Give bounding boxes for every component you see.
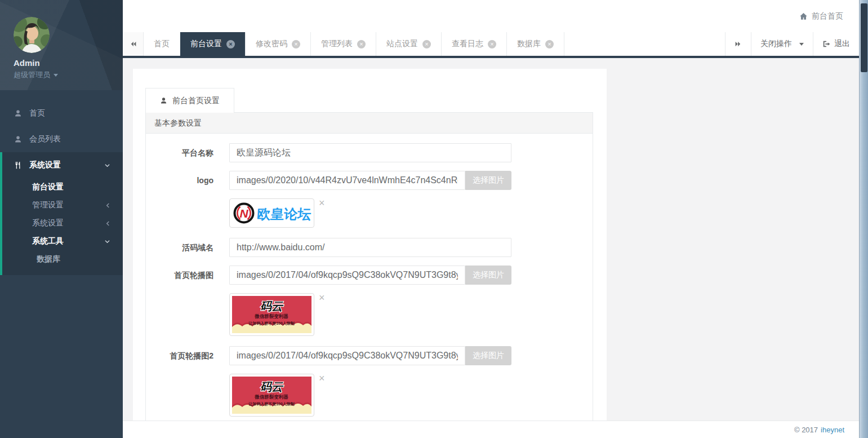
tab-view-logs[interactable]: 查看日志 × [442,32,507,56]
sidebar-item-label: 系统工具 [32,236,64,246]
carousel-2-path-input[interactable] [229,346,465,365]
svg-text:码云: 码云 [260,381,284,393]
user-name: Admin [14,58,123,68]
scroll-tabs-right-button[interactable] [725,32,751,56]
footer-brand-link[interactable]: iheynet [821,426,844,434]
sidebar-item-label: 系统设置 [32,218,64,228]
avatar[interactable] [14,17,50,53]
carousel-1-label: 首页轮播图 [146,266,229,285]
logo-preview-image[interactable]: N 欧皇论坛 [229,198,314,228]
carousel-1-preview-row: 码云 微信群裂变利器 让加码入群不受100人限制 × [229,293,593,336]
scroll-tabs-left-button[interactable] [123,32,144,56]
form-row-carousel-2: 首页轮播图2 选择图片 [146,346,593,365]
logo-image: N 欧皇论坛 [232,201,311,225]
double-chevron-right-icon [735,41,742,47]
page-scrollbar[interactable] [859,0,868,438]
user-icon [160,97,167,104]
choose-logo-image-button[interactable]: 选择图片 [465,171,511,190]
double-chevron-left-icon [130,41,137,47]
sign-out-icon [822,40,830,48]
logout-label: 退出 [834,39,850,49]
choose-carousel-1-image-button[interactable]: 选择图片 [465,266,511,285]
qr-domain-input[interactable] [229,238,511,257]
choose-carousel-2-image-button[interactable]: 选择图片 [465,346,511,365]
tab-admin-list[interactable]: 管理列表 × [311,32,376,56]
svg-text:微信群裂变利器: 微信群裂变利器 [254,313,288,319]
delete-carousel-2-image-icon[interactable]: × [319,374,325,383]
close-operations-dropdown[interactable]: 关闭操作 [751,32,813,56]
caret-down-icon [799,43,804,46]
form-row-platform-name: 平台名称 [146,143,593,162]
scrollbar-thumb[interactable] [861,3,867,72]
form-row-carousel-1: 首页轮播图 选择图片 [146,266,593,285]
close-tab-icon[interactable]: × [422,40,431,48]
delete-carousel-1-image-icon[interactable]: × [319,293,325,302]
sidebar-item-system-settings[interactable]: 系统设置 [2,152,123,178]
svg-text:N: N [239,207,248,220]
sidebar-item-members[interactable]: 会员列表 [0,126,123,152]
sidebar-item-admin-settings[interactable]: 管理设置 [2,196,123,214]
sidebar-item-system-tools[interactable]: 系统工具 [2,232,123,250]
close-tab-icon[interactable]: × [292,40,300,48]
close-tab-icon[interactable]: × [357,40,366,48]
svg-text:让加码入群不受100人限制: 让加码入群不受100人限制 [248,321,295,326]
user-role-label: 超级管理员 [14,70,50,80]
qr-domain-label: 活码域名 [146,238,229,257]
svg-text:微信群裂变利器: 微信群裂变利器 [254,394,288,400]
tab-home[interactable]: 首页 [144,32,180,56]
sidebar-item-label: 首页 [29,108,45,118]
sidebar-item-frontend-settings[interactable]: 前台设置 [2,178,123,196]
tab-label: 修改密码 [256,39,287,49]
tab-change-password[interactable]: 修改密码 × [246,32,311,56]
tab-label: 数据库 [517,39,541,49]
caret-down-icon [54,74,58,77]
tab-bar: 首页 前台设置 × 修改密码 × 管理列表 × 站点设置 × 查看日志 × [123,32,859,58]
sidebar-item-system-settings-sub[interactable]: 系统设置 [2,214,123,232]
tab-label: 站点设置 [386,39,418,49]
main-area: 前台首页 首页 前台设置 × 修改密码 × 管理列表 × [123,0,859,438]
tab-site-settings[interactable]: 站点设置 × [376,32,442,56]
sidebar-nav: 首页 会员列表 系统设置 [0,100,123,275]
content-area: 前台首页设置 基本参数设置 平台名称 [123,58,859,421]
tab-label: 查看日志 [452,39,483,49]
close-tab-icon[interactable]: × [488,40,496,48]
banner-image: 码云 微信群裂变利器 让加码入群不受100人限制 [232,377,311,414]
logo-path-input[interactable] [229,171,465,190]
user-icon [14,109,22,117]
tab-database[interactable]: 数据库 × [507,32,564,56]
sidebar-item-home[interactable]: 首页 [0,100,123,126]
logo-preview-row: N 欧皇论坛 × [229,198,593,228]
user-role-dropdown[interactable]: 超级管理员 [14,70,123,80]
svg-text:让加码入群不受100人限制: 让加码入群不受100人限制 [248,401,295,406]
sidebar-item-label: 数据库 [37,254,60,264]
logout-button[interactable]: 退出 [813,32,859,56]
panel-body: 平台名称 logo 选择图片 [146,134,593,421]
platform-name-label: 平台名称 [146,143,229,162]
tab-label: 前台设置 [190,39,222,49]
sidebar-item-database[interactable]: 数据库 [2,250,123,268]
close-tab-icon[interactable]: × [226,40,235,48]
logo-label: logo [146,171,229,190]
carousel-2-preview-image[interactable]: 码云 微信群裂变利器 让加码入群不受100人限制 [229,374,314,417]
carousel-1-preview-image[interactable]: 码云 微信群裂变利器 让加码入群不受100人限制 [229,293,314,336]
tab-frontend-settings[interactable]: 前台设置 × [180,32,246,56]
panel-title: 基本参数设置 [146,113,593,134]
carousel-2-label: 首页轮播图2 [146,346,229,365]
top-header: 前台首页 [123,0,859,32]
breadcrumb-home-link[interactable]: 前台首页 [812,11,843,21]
chevron-left-icon [105,220,110,227]
close-tab-icon[interactable]: × [545,40,554,48]
avatar-image [14,17,50,53]
form-row-logo: logo 选择图片 [146,171,593,190]
delete-logo-image-icon[interactable]: × [319,198,325,207]
sidebar-item-label: 系统设置 [29,160,61,170]
sidebar-item-label: 管理设置 [32,200,64,210]
settings-card: 前台首页设置 基本参数设置 平台名称 [133,69,607,421]
footer: © 2017 iheynet [123,421,859,438]
carousel-1-path-input[interactable] [229,266,465,285]
carousel-2-preview-row: 码云 微信群裂变利器 让加码入群不受100人限制 × [229,374,593,417]
tab-label: 管理列表 [321,39,353,49]
chevron-down-icon [104,163,110,168]
tab-frontend-home-settings[interactable]: 前台首页设置 [145,88,234,113]
platform-name-input[interactable] [229,143,511,162]
